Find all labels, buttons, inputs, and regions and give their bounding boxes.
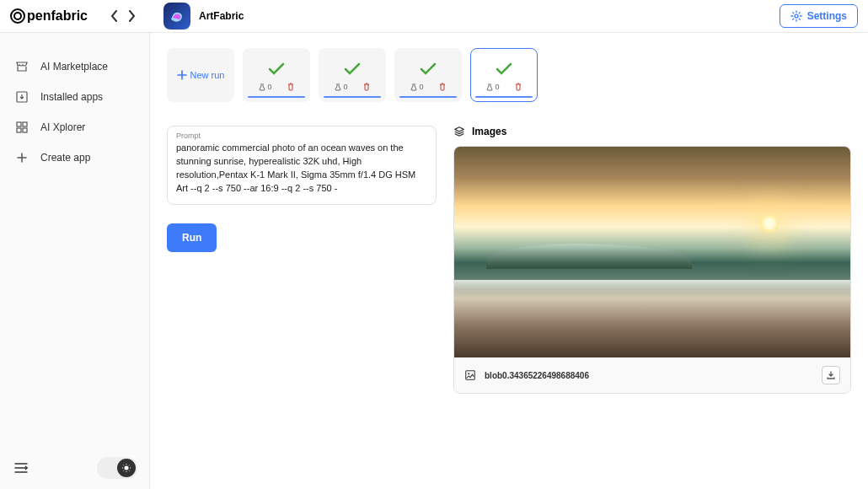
logo: penfabric — [10, 8, 88, 24]
beaker-count: 0 — [335, 83, 347, 91]
svg-rect-2 — [17, 122, 21, 126]
beaker-count: 0 — [486, 83, 499, 91]
prompt-text[interactable]: panoramic commercial photo of an ocean w… — [176, 142, 427, 196]
layers-icon — [453, 126, 465, 137]
delete-run-button[interactable] — [287, 83, 294, 91]
svg-point-0 — [795, 14, 798, 18]
store-icon — [15, 60, 29, 73]
download-icon — [826, 370, 836, 380]
run-card[interactable]: 0 — [319, 48, 386, 102]
delete-run-button[interactable] — [439, 83, 446, 91]
sidebar-item-label: AI Xplorer — [40, 121, 85, 133]
check-icon — [420, 59, 437, 79]
progress-bar — [475, 96, 533, 98]
images-header: Images — [453, 126, 851, 137]
theme-dark-button[interactable] — [117, 459, 136, 477]
image-filename: blob0.34365226498688406 — [485, 371, 813, 380]
new-run-button[interactable]: New run — [167, 48, 234, 102]
plus-icon — [15, 151, 29, 164]
grid-icon — [15, 121, 29, 134]
sidebar-item-marketplace[interactable]: AI Marketplace — [0, 51, 149, 82]
plus-icon — [177, 70, 187, 80]
nav-back-button[interactable] — [106, 8, 123, 24]
download-button[interactable] — [822, 366, 840, 384]
runs-row: New run 0 0 0 — [167, 48, 851, 102]
logo-icon — [10, 8, 25, 24]
beaker-count: 0 — [259, 83, 271, 91]
svg-point-6 — [125, 466, 129, 470]
app-icon — [163, 3, 190, 30]
sidebar-item-label: Installed apps — [40, 91, 103, 103]
app-title: ArtFabric — [199, 10, 244, 22]
image-result: blob0.34365226498688406 — [453, 146, 851, 394]
check-icon — [268, 59, 285, 79]
check-icon — [344, 59, 361, 79]
run-button[interactable]: Run — [167, 223, 217, 252]
sidebar-item-installed[interactable]: Installed apps — [0, 82, 149, 112]
nav-forward-button[interactable] — [123, 8, 140, 24]
prompt-card: Prompt panoramic commercial photo of an … — [167, 126, 437, 205]
prompt-label: Prompt — [176, 132, 427, 140]
trash-icon — [515, 83, 522, 91]
delete-run-button[interactable] — [515, 83, 522, 91]
collapse-sidebar-button[interactable] — [12, 459, 30, 477]
trash-icon — [439, 83, 446, 91]
beaker-icon — [259, 83, 265, 91]
trash-icon — [363, 83, 370, 91]
sidebar-item-label: AI Marketplace — [40, 61, 108, 73]
progress-bar — [248, 96, 305, 98]
beaker-icon — [410, 83, 417, 91]
progress-bar — [324, 96, 381, 98]
svg-rect-3 — [23, 122, 27, 126]
svg-point-8 — [468, 373, 469, 374]
beaker-icon — [486, 83, 493, 91]
sidebar: AI Marketplace Installed apps AI Xplorer… — [0, 33, 150, 489]
svg-rect-4 — [17, 128, 21, 132]
theme-toggle — [97, 457, 137, 479]
check-icon — [496, 59, 512, 79]
delete-run-button[interactable] — [363, 83, 370, 91]
image-icon — [464, 369, 476, 381]
run-card[interactable]: 0 — [394, 48, 462, 102]
image-content — [760, 214, 779, 233]
new-run-label: New run — [190, 70, 225, 80]
image-content — [454, 280, 850, 300]
sidebar-item-xplorer[interactable]: AI Xplorer — [0, 112, 149, 142]
beaker-count: 0 — [410, 83, 423, 91]
generated-image[interactable] — [454, 147, 850, 357]
settings-label: Settings — [807, 10, 847, 22]
download-box-icon — [15, 90, 29, 104]
image-content — [486, 244, 692, 269]
settings-button[interactable]: Settings — [780, 4, 858, 28]
svg-rect-5 — [23, 128, 27, 132]
sidebar-item-create[interactable]: Create app — [0, 142, 149, 173]
beaker-icon — [335, 83, 341, 91]
run-card[interactable]: 0 — [470, 48, 538, 102]
logo-text: penfabric — [27, 8, 88, 24]
progress-bar — [399, 96, 457, 98]
theme-light-button[interactable] — [99, 459, 117, 477]
sidebar-item-label: Create app — [40, 152, 90, 164]
images-header-label: Images — [472, 126, 506, 137]
gear-icon — [790, 10, 802, 22]
trash-icon — [287, 83, 294, 91]
run-card[interactable]: 0 — [243, 48, 310, 102]
